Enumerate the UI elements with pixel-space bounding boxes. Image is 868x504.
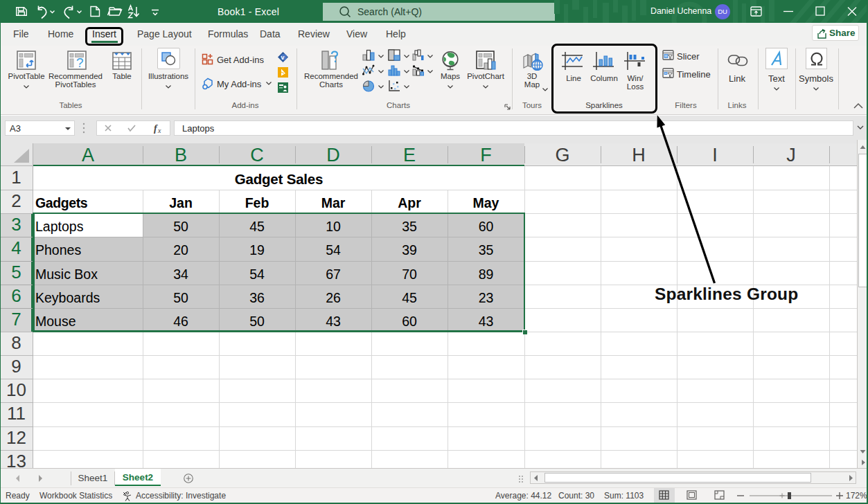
svg-text:v: v <box>281 54 285 61</box>
svg-text:x: x <box>157 127 161 134</box>
svg-text:?: ? <box>76 55 84 70</box>
